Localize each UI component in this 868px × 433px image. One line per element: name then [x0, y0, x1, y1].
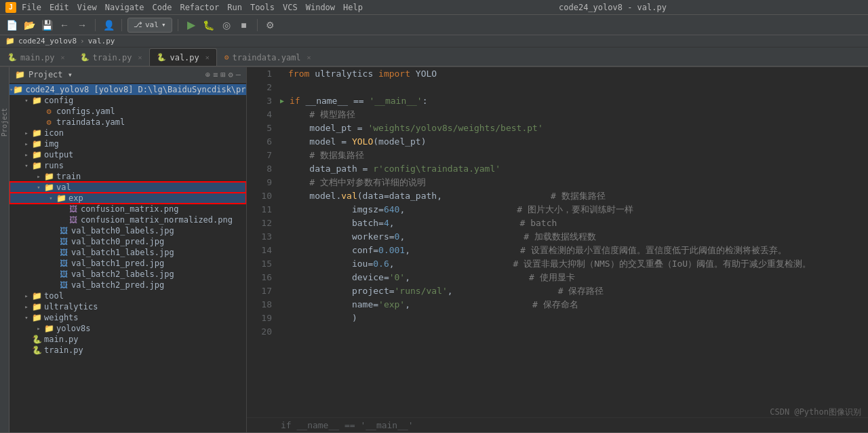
ult-folder-icon: 📁 — [31, 302, 42, 312]
menu-vcs[interactable]: VCS — [283, 3, 298, 12]
project-tab-label[interactable]: Project — [1, 108, 8, 136]
tab-close-train[interactable]: ✕ — [138, 54, 142, 61]
menu-bar[interactable]: File Edit View Navigate Code Refactor Ru… — [22, 3, 363, 12]
weights-label: weights — [44, 313, 79, 322]
menu-refactor[interactable]: Refactor — [180, 3, 219, 12]
toolbar-separator4 — [257, 19, 258, 31]
img-label: img — [44, 139, 59, 149]
translate-button[interactable]: ⚙ — [263, 18, 278, 33]
vb0l-label: val_batch0_labels.jpg — [71, 226, 174, 236]
menu-edit[interactable]: Edit — [50, 3, 69, 12]
cmt-17: # 保存路径 — [558, 284, 604, 298]
tree-vb1p[interactable]: 🖼 val_batch1_pred.jpg — [9, 258, 246, 269]
tree-vb0l[interactable]: 🖼 val_batch0_labels.jpg — [9, 225, 246, 236]
menu-run[interactable]: Run — [227, 3, 242, 12]
menu-window[interactable]: Window — [306, 3, 335, 12]
cmt-9: # 文档中对参数有详细的说明 — [309, 176, 426, 189]
menu-view[interactable]: View — [77, 3, 97, 12]
tree-confusion-matrix-norm[interactable]: 🖼 confusion_matrix_normalized.png — [9, 214, 246, 225]
code-line-16: ············ device='0', # 使用显卡 — [280, 271, 868, 284]
tab-val-py[interactable]: 🐍 val.py ✕ — [149, 48, 216, 66]
tree-traindata-yaml[interactable]: ⚙ traindata.yaml — [9, 117, 246, 128]
val-folder-icon: 📁 — [43, 183, 54, 192]
locate-file-icon[interactable]: ⊕ — [205, 70, 210, 79]
tab-close-main[interactable]: ✕ — [61, 54, 65, 61]
forward-button[interactable]: → — [75, 18, 90, 33]
trainpy-icon: 🐍 — [31, 345, 42, 355]
tree-vb1l[interactable]: 🖼 val_batch1_labels.jpg — [9, 247, 246, 258]
tab-train-py[interactable]: 🐍 train.py ✕ — [73, 48, 150, 66]
menu-file[interactable]: File — [22, 3, 41, 12]
train-folder-icon: 📁 — [43, 172, 54, 181]
side-toggle[interactable]: Project — [0, 67, 9, 432]
code-line-15: ············ iou=0.6, # 设置非最大抑制（NMS）的交叉重… — [280, 257, 868, 271]
data-path-arg: data_path — [389, 189, 437, 203]
batch-param: batch — [352, 216, 378, 230]
tree-train-py[interactable]: 🐍 train.py — [9, 345, 246, 356]
vb2p-label: val_batch2_pred.jpg — [71, 280, 164, 290]
output-label: output — [44, 150, 73, 159]
tab-main-py[interactable]: 🐍 main.py ✕ — [0, 48, 73, 66]
configs-yaml-label: configs.yaml — [56, 107, 115, 116]
branch-dropdown[interactable]: ⎇ val ▾ — [127, 18, 172, 33]
stop-button[interactable]: ■ — [237, 18, 252, 33]
weights-folder-icon: 📁 — [31, 313, 42, 322]
paren-l-6: ( — [373, 135, 378, 149]
tree-root[interactable]: ▾ 📁 code24_yolov8 [yolov8] D:\lg\BaiduSy… — [9, 84, 246, 95]
tab-close-val[interactable]: ✕ — [205, 54, 210, 61]
code-content[interactable]: from ultralytics import YOLO ▶ if __name… — [277, 67, 868, 417]
settings-icon[interactable]: ⚙ — [229, 70, 233, 79]
debug-button[interactable]: 🐛 — [201, 18, 216, 33]
cmt-10: # 数据集路径 — [551, 189, 606, 203]
mainpy-label: main.py — [44, 335, 79, 344]
expand-icon[interactable]: ⊞ — [220, 70, 225, 79]
yolov8s-folder-icon: 📁 — [43, 324, 54, 333]
open-button[interactable]: 📂 — [22, 18, 37, 33]
dunder-name: __name__ — [305, 94, 348, 108]
close-panel-icon[interactable]: — — [236, 70, 241, 79]
vb1p-icon: 🖼 — [58, 259, 69, 268]
breadcrumb-project-name: code24_yolov8 — [18, 37, 77, 45]
tree-train[interactable]: ▸ 📁 train — [9, 171, 246, 182]
tree-config[interactable]: ▾ 📁 config — [9, 95, 246, 106]
model-val: model — [309, 189, 336, 203]
tree-runs[interactable]: ▾ 📁 runs — [9, 160, 246, 171]
new-file-button[interactable]: 📄 — [4, 18, 19, 33]
menu-code[interactable]: Code — [153, 3, 172, 12]
tree-vb2p[interactable]: 🖼 val_batch2_pred.jpg — [9, 280, 246, 290]
tree-confusion-matrix[interactable]: 🖼 confusion_matrix.png — [9, 204, 246, 214]
name-param: name — [352, 298, 373, 312]
tree-img[interactable]: ▸ 📁 img — [9, 138, 246, 149]
collapse-all-icon[interactable]: ≡ — [213, 70, 218, 79]
tree-ultralytics[interactable]: ▸ 📁 ultralytics — [9, 301, 246, 312]
tab-close-yaml[interactable]: ✕ — [307, 54, 311, 61]
workers-param: workers — [352, 230, 389, 244]
menu-navigate[interactable]: Navigate — [105, 3, 144, 12]
tree-configs-yaml[interactable]: ⚙ configs.yaml — [9, 106, 246, 117]
tab-traindata-yaml[interactable]: ⚙ traindata.yaml ✕ — [217, 48, 319, 66]
menu-tools[interactable]: Tools — [250, 3, 275, 12]
ult-arrow: ▸ — [22, 303, 31, 310]
yolo-cls: YOLO — [416, 67, 437, 81]
tree-yolov8s[interactable]: ▸ 📁 yolov8s — [9, 323, 246, 334]
tree-icon[interactable]: ▸ 📁 icon — [9, 128, 246, 138]
tree-output[interactable]: ▸ 📁 output — [9, 149, 246, 160]
tree-vb0p[interactable]: 🖼 val_batch0_pred.jpg — [9, 236, 246, 247]
menu-help[interactable]: Help — [343, 3, 363, 12]
tree-tool[interactable]: ▸ 📁 tool — [9, 290, 246, 301]
config-folder-icon: 📁 — [31, 96, 42, 105]
tree-val[interactable]: ▾ 📁 val — [9, 182, 246, 193]
back-button[interactable]: ← — [57, 18, 72, 33]
tree-weights[interactable]: ▾ 📁 weights — [9, 312, 246, 323]
tree-main-py[interactable]: 🐍 main.py — [9, 334, 246, 345]
tree-exp[interactable]: ▾ 📁 exp — [9, 193, 246, 204]
coverage-button[interactable]: ◎ — [219, 18, 234, 33]
tree-vb2l[interactable]: 🖼 val_batch2_labels.jpg — [9, 269, 246, 280]
device-val: '0' — [389, 271, 405, 284]
run-button[interactable]: ▶ — [184, 18, 199, 33]
mainpy-icon: 🐍 — [31, 335, 42, 344]
cmt-11: # 图片大小，要和训练时一样 — [517, 203, 633, 216]
save-button[interactable]: 💾 — [39, 18, 54, 33]
eq: == — [353, 94, 364, 108]
profile-button[interactable]: 👤 — [101, 18, 116, 33]
